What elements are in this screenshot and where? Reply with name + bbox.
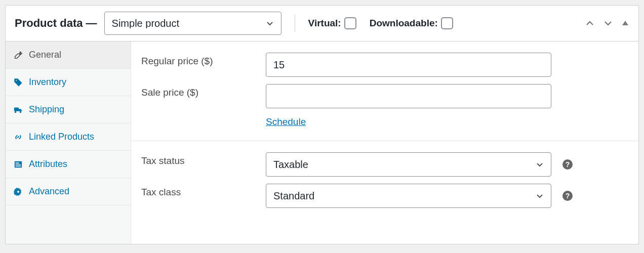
tax-status-label: Tax status	[141, 152, 266, 166]
gear-icon	[14, 187, 23, 196]
tax-section: Tax status Taxable ? Tax class Standard …	[131, 141, 638, 221]
sale-price-row: Sale price ($) Schedule	[141, 84, 628, 128]
regular-price-label: Regular price ($)	[141, 53, 266, 67]
sidebar-item-shipping[interactable]: Shipping	[6, 96, 131, 123]
sidebar-item-label: Shipping	[29, 104, 64, 115]
sidebar-item-attributes[interactable]: Attributes	[6, 151, 131, 178]
svg-point-4	[17, 191, 19, 193]
sidebar-item-label: Advanced	[29, 186, 69, 197]
sidebar-item-label: General	[29, 50, 61, 60]
notes-icon	[14, 160, 23, 169]
chevron-down-icon[interactable]	[603, 18, 613, 28]
panel-header: Product data — Simple product Virtual: D…	[6, 6, 638, 41]
sidebar-item-linked-products[interactable]: Linked Products	[6, 123, 131, 151]
virtual-checkbox[interactable]	[344, 17, 356, 29]
downloadable-group: Downloadable:	[370, 17, 453, 29]
sale-price-label: Sale price ($)	[141, 84, 266, 98]
tax-class-row: Tax class Standard ?	[141, 184, 628, 208]
virtual-group: Virtual:	[308, 17, 356, 29]
virtual-label: Virtual:	[308, 18, 341, 29]
tax-class-select[interactable]: Standard	[266, 184, 551, 208]
tax-class-label: Tax class	[141, 184, 266, 198]
product-data-panel: Product data — Simple product Virtual: D…	[5, 5, 639, 244]
tax-status-row: Tax status Taxable ?	[141, 152, 628, 177]
sale-price-wrap: Schedule	[266, 84, 551, 128]
wrench-icon	[14, 51, 23, 60]
toggle-collapse-icon[interactable]	[621, 19, 629, 27]
tax-status-select[interactable]: Taxable	[266, 152, 551, 177]
downloadable-label: Downloadable:	[370, 18, 438, 29]
link-icon	[14, 133, 23, 142]
svg-rect-2	[16, 164, 21, 165]
sale-price-input[interactable]	[266, 84, 551, 108]
sidebar-item-label: Attributes	[29, 159, 67, 170]
downloadable-checkbox[interactable]	[441, 17, 453, 29]
divider	[295, 15, 295, 32]
content-area: Regular price ($) Sale price ($) Schedul…	[131, 41, 638, 244]
panel-body: General Inventory Shipping Linked Produc…	[6, 41, 638, 244]
svg-rect-3	[16, 165, 21, 166]
sidebar-item-advanced[interactable]: Advanced	[6, 178, 131, 205]
panel-title: Product data —	[15, 17, 97, 30]
sidebar-item-inventory[interactable]: Inventory	[6, 69, 131, 96]
schedule-link[interactable]: Schedule	[266, 116, 551, 128]
help-icon[interactable]: ?	[562, 159, 573, 170]
sidebar: General Inventory Shipping Linked Produc…	[6, 41, 131, 244]
help-icon[interactable]: ?	[562, 191, 573, 201]
sidebar-item-general[interactable]: General	[6, 41, 131, 69]
truck-icon	[14, 105, 23, 114]
regular-price-row: Regular price ($)	[141, 53, 628, 77]
svg-rect-1	[16, 162, 19, 163]
product-type-select[interactable]: Simple product	[104, 12, 281, 35]
regular-price-input[interactable]	[266, 53, 551, 77]
tag-icon	[14, 78, 23, 87]
sidebar-item-label: Linked Products	[29, 132, 94, 142]
header-controls	[585, 18, 629, 28]
chevron-up-icon[interactable]	[585, 18, 595, 28]
pricing-section: Regular price ($) Sale price ($) Schedul…	[131, 41, 638, 141]
sidebar-item-label: Inventory	[29, 77, 66, 88]
